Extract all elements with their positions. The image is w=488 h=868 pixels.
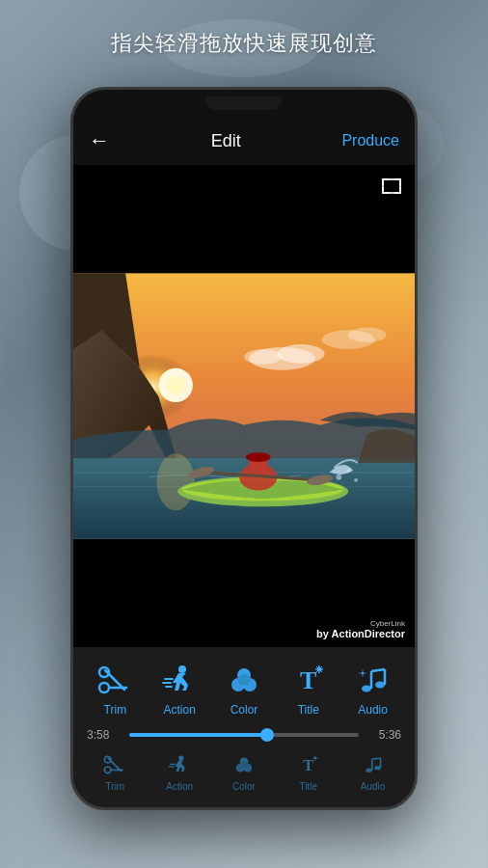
action-label: Action: [164, 703, 196, 717]
phone-frame: ← Edit Produce: [70, 87, 418, 810]
svg-point-22: [246, 452, 271, 462]
bottom-toolbar: Trim Acti: [73, 647, 415, 807]
svg-point-10: [277, 344, 324, 364]
svg-point-60: [105, 767, 112, 773]
svg-text:T: T: [303, 756, 313, 774]
audio-tool[interactable]: Audio: [344, 661, 402, 717]
svg-point-8: [166, 376, 185, 395]
end-time: 5:36: [366, 728, 401, 742]
start-time: 3:58: [87, 728, 122, 742]
title-tool-small[interactable]: T Title: [282, 751, 335, 792]
trim-label-small: Trim: [106, 781, 125, 792]
title-label-small: Title: [300, 781, 318, 792]
watermark-line2: by ActionDirector: [316, 628, 405, 639]
audio-tool-small[interactable]: Audio: [346, 751, 399, 792]
svg-point-13: [348, 327, 386, 342]
svg-point-51: [375, 682, 385, 689]
title-icon-small: T: [295, 751, 322, 778]
audio-icon: [354, 661, 393, 699]
color-tool[interactable]: Color: [215, 661, 273, 717]
svg-point-11: [244, 349, 282, 365]
phone-notch-bar: [73, 90, 415, 117]
action-tool-small[interactable]: Action: [153, 751, 206, 792]
scrubber-track[interactable]: [129, 733, 359, 737]
audio-label-small: Audio: [361, 781, 386, 792]
svg-point-26: [336, 475, 341, 480]
color-tool-small[interactable]: Color: [217, 751, 270, 792]
svg-point-17: [157, 453, 195, 510]
color-label: Color: [230, 703, 258, 717]
tagline-area: 指尖轻滑拖放快速展现创意: [0, 29, 488, 58]
edit-header: ← Edit Produce: [73, 117, 415, 165]
audio-icon-small: [360, 751, 387, 778]
svg-point-27: [346, 469, 350, 473]
trim-icon: [95, 661, 134, 699]
action-label-small: Action: [166, 781, 193, 792]
trim-tool[interactable]: Trim: [86, 661, 144, 717]
trim-icon-small: [101, 751, 128, 778]
svg-point-36: [178, 665, 186, 673]
trim-label: Trim: [104, 703, 127, 717]
produce-button[interactable]: Produce: [341, 132, 399, 149]
action-icon: [160, 661, 199, 699]
back-button[interactable]: ←: [89, 128, 110, 153]
trim-tool-small[interactable]: Trim: [89, 751, 142, 792]
svg-point-43: [238, 674, 250, 686]
svg-rect-29: [383, 179, 400, 193]
svg-line-54: [371, 669, 385, 671]
svg-point-28: [354, 478, 358, 482]
audio-label: Audio: [358, 703, 388, 717]
svg-point-62: [179, 756, 184, 761]
primary-tool-row: Trim Acti: [73, 655, 415, 722]
svg-point-3: [410, 690, 477, 757]
edit-title: Edit: [211, 131, 241, 151]
phone-inner: ← Edit Produce: [73, 90, 415, 807]
title-icon: T: [289, 661, 328, 699]
watermark-line1: CyberLink: [316, 619, 405, 628]
svg-text:T: T: [300, 666, 316, 694]
tagline-text: 指尖轻滑拖放快速展现创意: [0, 29, 488, 58]
svg-point-34: [99, 683, 109, 692]
phone-notch: [205, 96, 283, 110]
svg-point-74: [374, 766, 380, 770]
color-label-small: Color: [232, 781, 256, 792]
watermark: CyberLink by ActionDirector: [316, 619, 405, 639]
title-tool[interactable]: T Title: [280, 661, 338, 717]
video-scene: [73, 165, 415, 647]
title-label: Title: [298, 703, 319, 717]
video-preview: CyberLink by ActionDirector: [73, 165, 415, 647]
action-tool[interactable]: Action: [150, 661, 208, 717]
action-icon-small: [166, 751, 193, 778]
scrubber-thumb[interactable]: [260, 728, 274, 742]
color-icon: [225, 661, 263, 699]
svg-point-73: [366, 768, 371, 772]
svg-line-77: [371, 758, 380, 759]
color-icon-small: [230, 751, 258, 778]
secondary-tool-row: Trim Action: [73, 747, 415, 798]
expand-icon[interactable]: [380, 175, 403, 203]
svg-point-68: [240, 761, 248, 769]
timeline-row: 3:58 5:36: [73, 722, 415, 747]
svg-point-50: [362, 686, 371, 692]
